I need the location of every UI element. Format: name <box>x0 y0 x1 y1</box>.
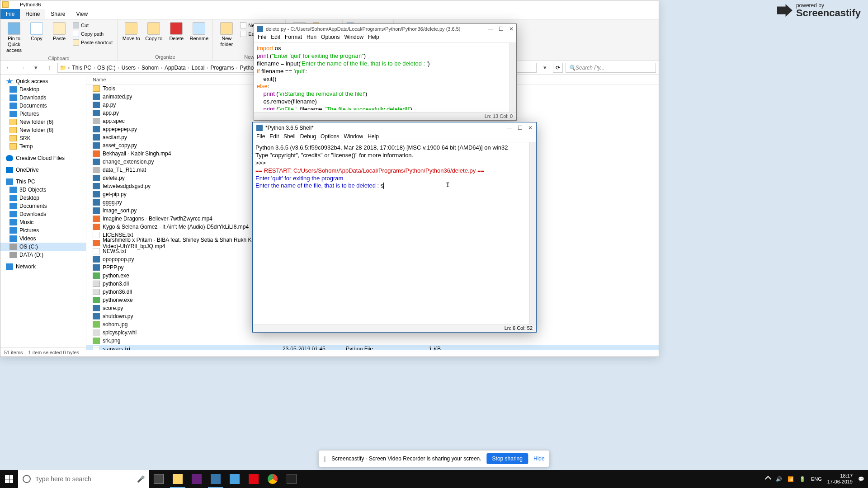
sidebar-item-14[interactable]: This PC <box>0 178 86 186</box>
copy-to-button[interactable]: Copy to <box>143 21 165 42</box>
clock[interactable]: 18:17 17-06-2019 <box>827 473 853 485</box>
sidebar-item-15[interactable]: 3D Objects <box>0 186 86 194</box>
menu-file[interactable]: File <box>258 34 266 42</box>
sidebar-item-21[interactable]: Videos <box>0 235 86 243</box>
sidebar-item-4[interactable]: Pictures <box>0 110 86 118</box>
sidebar-item-3[interactable]: Documents <box>0 102 86 110</box>
sidebar-item-6[interactable]: New folder (8) <box>0 126 86 134</box>
sidebar-item-2[interactable]: Downloads <box>0 94 86 102</box>
shell-titlebar[interactable]: *Python 3.6.5 Shell* — ☐ ✕ <box>253 122 536 133</box>
sidebar-item-12[interactable]: OneDrive <box>0 166 86 174</box>
rename-button[interactable]: Rename <box>188 21 210 42</box>
idle-app[interactable] <box>206 470 225 488</box>
taskbar-search[interactable]: Type here to search 🎤 <box>18 470 149 488</box>
copy-button[interactable]: Copy <box>26 21 47 42</box>
notification-icon[interactable]: 💬 <box>858 476 864 482</box>
code-editor[interactable]: import osprint ("Enter 'quit' for exitin… <box>254 43 516 110</box>
close-button[interactable]: ✕ <box>528 125 533 131</box>
menu-help[interactable]: Help <box>368 133 379 142</box>
sidebar-item-5[interactable]: New folder (6) <box>0 118 86 126</box>
col-name[interactable]: Name <box>86 77 276 82</box>
search-input[interactable]: 🔍 Search Py... <box>566 63 656 73</box>
sidebar-item-16[interactable]: Desktop <box>0 194 86 202</box>
stop-sharing-button[interactable]: Stop sharing <box>487 453 528 464</box>
sidebar-item-25[interactable]: Network <box>0 263 86 271</box>
sidebar-item-8[interactable]: Temp <box>0 142 86 150</box>
delete-button[interactable]: Delete <box>165 21 187 42</box>
hide-button[interactable]: Hide <box>533 455 545 462</box>
task-view-button[interactable] <box>149 470 168 488</box>
menu-options[interactable]: Options <box>321 133 339 142</box>
menu-debug[interactable]: Debug <box>300 133 316 142</box>
copy-path-button[interactable]: Copy path <box>71 30 114 38</box>
maximize-button[interactable]: ☐ <box>499 26 504 32</box>
tray-chevron-icon[interactable] <box>765 476 771 482</box>
paint-app[interactable] <box>225 470 244 488</box>
editor-vscroll[interactable] <box>509 43 516 112</box>
sidebar-item-17[interactable]: Documents <box>0 202 86 210</box>
sidebar-item-19[interactable]: Music <box>0 218 86 226</box>
tray-battery-icon[interactable]: 🔋 <box>799 476 806 482</box>
address-dropdown[interactable]: ▾ <box>539 62 550 73</box>
start-button[interactable] <box>0 470 18 488</box>
forward-button[interactable]: → <box>17 62 28 73</box>
file-row[interactable]: srk.png <box>86 337 659 345</box>
menu-edit[interactable]: Edit <box>269 133 279 142</box>
breadcrumb-4[interactable]: AppData <box>163 65 187 71</box>
paste-button[interactable]: Paste <box>48 21 70 42</box>
menu-run[interactable]: Run <box>307 34 316 42</box>
cmd-app[interactable] <box>282 470 301 488</box>
tray-network-icon[interactable]: 🔊 <box>776 476 782 482</box>
chrome-app[interactable] <box>263 470 282 488</box>
tab-share[interactable]: Share <box>45 9 71 19</box>
menu-help[interactable]: Help <box>368 34 379 42</box>
file-explorer-app[interactable] <box>168 470 187 488</box>
breadcrumb-3[interactable]: Sohom <box>140 65 160 71</box>
visual-studio-app[interactable] <box>187 470 206 488</box>
tab-view[interactable]: View <box>71 9 93 19</box>
minimize-button[interactable]: — <box>507 125 512 131</box>
sidebar-item-1[interactable]: Desktop <box>0 85 86 94</box>
tab-file[interactable]: File <box>0 9 20 19</box>
breadcrumb-1[interactable]: OS (C:) <box>96 65 117 71</box>
back-button[interactable]: ← <box>3 62 14 73</box>
recent-button[interactable]: ▾ <box>30 62 41 73</box>
move-to-button[interactable]: Move to <box>120 21 142 42</box>
close-button[interactable]: ✕ <box>509 26 514 32</box>
explorer-titlebar[interactable]: Python36 <box>0 0 659 9</box>
shell-output[interactable]: Python 3.6.5 (v3.6.5:f59c0932b4, Mar 28 … <box>253 142 536 314</box>
maximize-button[interactable]: ☐ <box>518 125 523 131</box>
menu-options[interactable]: Options <box>321 34 340 42</box>
sidebar-item-22[interactable]: OS (C:) <box>0 243 86 251</box>
sidebar-item-0[interactable]: Quick access <box>0 77 86 85</box>
menu-edit[interactable]: Edit <box>271 34 280 42</box>
breadcrumb-2[interactable]: Users <box>120 65 137 71</box>
menu-window[interactable]: Window <box>344 133 363 142</box>
breadcrumb-5[interactable]: Local <box>190 65 206 71</box>
sidebar-item-23[interactable]: DATA (D:) <box>0 251 86 259</box>
refresh-button[interactable]: ⟳ <box>553 63 563 73</box>
tray-wifi-icon[interactable]: 📶 <box>788 476 794 482</box>
sidebar-item-10[interactable]: Creative Cloud Files <box>0 154 86 162</box>
menu-format[interactable]: Format <box>285 34 302 42</box>
menu-file[interactable]: File <box>256 133 265 142</box>
language-indicator[interactable]: ENG <box>811 476 822 482</box>
cut-button[interactable]: Cut <box>71 21 114 29</box>
sidebar-item-7[interactable]: SRK <box>0 134 86 142</box>
sidebar-item-20[interactable]: Pictures <box>0 226 86 235</box>
screen-sharing-bar[interactable]: ‖ Screencastify - Screen Video Recorder … <box>318 450 549 467</box>
sidebar-item-18[interactable]: Downloads <box>0 210 86 218</box>
tab-home[interactable]: Home <box>20 9 45 19</box>
shell-vscroll[interactable] <box>529 142 536 324</box>
minimize-button[interactable]: — <box>488 26 493 32</box>
menu-shell[interactable]: Shell <box>283 133 296 142</box>
pin-to-quick-access-button[interactable]: Pin to Quick access <box>3 21 25 55</box>
editor-titlebar[interactable]: delete.py - C:/Users/Sohom/AppData/Local… <box>254 24 516 34</box>
up-button[interactable]: ↑ <box>44 62 55 73</box>
breadcrumb-6[interactable]: Programs <box>209 65 235 71</box>
new-folder-button[interactable]: New folder <box>216 21 237 48</box>
breadcrumb-0[interactable]: This PC <box>71 65 93 71</box>
netflix-app[interactable] <box>244 470 263 488</box>
menu-window[interactable]: Window <box>344 34 363 42</box>
navigation-pane[interactable]: Quick accessDesktopDownloadsDocumentsPic… <box>0 75 86 350</box>
